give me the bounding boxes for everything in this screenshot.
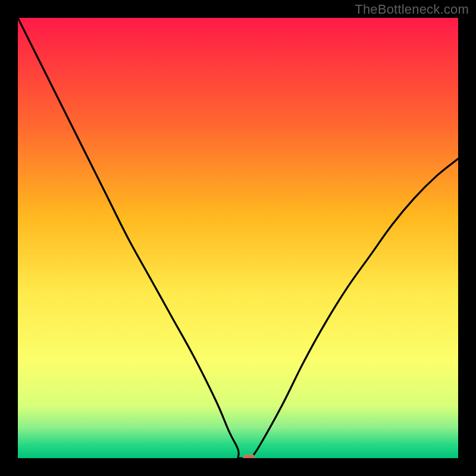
optimal-marker	[243, 455, 255, 458]
plot-area	[18, 18, 458, 458]
chart-svg	[18, 18, 458, 458]
watermark-text: TheBottleneck.com	[355, 2, 469, 17]
gradient-background	[18, 18, 458, 458]
chart-frame: TheBottleneck.com	[0, 0, 476, 476]
